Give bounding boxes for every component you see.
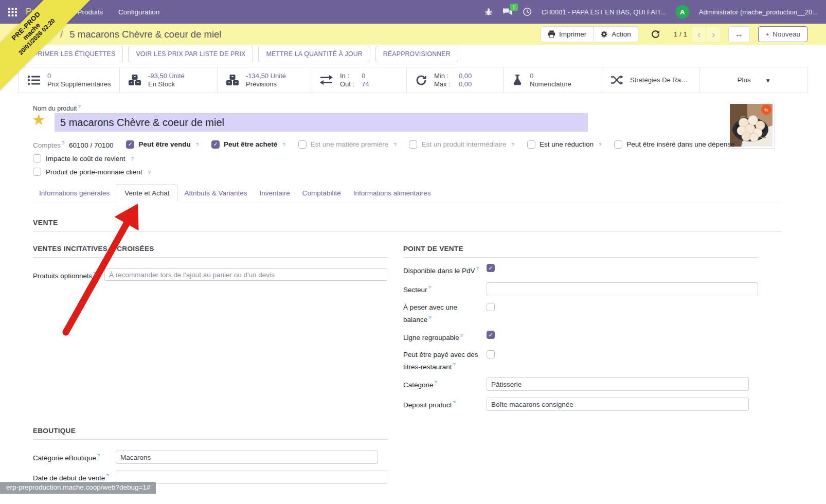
cost-impact-checkbox[interactable]	[33, 154, 41, 163]
purchasable-checkbox[interactable]	[211, 140, 220, 149]
user-avatar[interactable]: A	[676, 5, 689, 19]
pos-available-row: Disponible dans le PdV?	[403, 263, 495, 276]
messages-icon[interactable]: 1	[502, 8, 513, 16]
odoo-product-page: Produits Produits Configuration 1 CH0001…	[0, 0, 826, 504]
activities-clock-icon[interactable]	[523, 7, 532, 16]
stat-bom[interactable]: 0Nomenclature	[504, 67, 602, 93]
company-selector[interactable]: CH0001 - PAPA EST EN BAS, QUI FAIT...	[542, 8, 666, 16]
help-marker: ?	[78, 103, 80, 109]
meal-voucher-label: Peut être payé avec des titres-restauran…	[403, 350, 480, 372]
sector-label: Secteur?	[403, 282, 480, 295]
product-name-input[interactable]	[55, 113, 588, 132]
tab-comptabilite[interactable]: Comptabilité	[296, 185, 347, 202]
flag-discount: Est une réduction?	[527, 140, 601, 149]
app-menus: Produits Configuration	[71, 5, 166, 19]
stat-in-out[interactable]: In :0 Out :74	[311, 67, 407, 93]
gear-icon	[600, 30, 608, 38]
sale-start-date-label: Date de début de vente?	[33, 471, 110, 483]
upsell-group: VENTES INCITATIVES & CROISÉES Produits o…	[33, 245, 388, 281]
flag-raw-material: Est une matière première?	[298, 140, 397, 149]
stat-on-hand[interactable]: -93,50 UnitéEn Stock	[120, 67, 218, 93]
sale-start-date-input[interactable]	[116, 471, 387, 484]
tab-vente-et-achat[interactable]: Vente et Achat	[116, 184, 178, 202]
refresh-icon	[415, 74, 427, 86]
user-menu[interactable]: Administrator (mache_production__20...	[699, 8, 818, 16]
eshop-group: EBOUTIQUE Catégorie eBoutique? Date de d…	[33, 427, 388, 484]
pos-meal-voucher-row: Peut être payé avec des titres-restauran…	[403, 350, 495, 372]
optional-products-input[interactable]	[104, 268, 387, 281]
update-quantity-button[interactable]: METTRE LA QUANTITÉ À JOUR	[258, 46, 370, 62]
pager-value: 1 / 1	[674, 30, 687, 38]
groupable-label: Ligne regroupable?	[403, 330, 480, 343]
tab-inventaire[interactable]: Inventaire	[253, 185, 296, 202]
pager-prev-icon[interactable]: ‹	[692, 27, 706, 42]
new-record-button[interactable]: + Nouveau	[758, 26, 807, 42]
eshop-heading: EBOUTIQUE	[33, 427, 388, 440]
accounts-field: Comptes? 60100 / 70100	[33, 140, 113, 149]
favorite-star-icon[interactable]: ★	[32, 111, 46, 129]
pos-category-input[interactable]	[487, 377, 749, 391]
stat-more-dropdown[interactable]: Plus ▾	[700, 67, 807, 93]
expense-checkbox[interactable]	[614, 140, 622, 149]
object-action-buttons: IMPRIMER LES ÉTIQUETTES VOIR LES PRIX PA…	[19, 46, 458, 62]
flag-cost-impact: Impacte le coût de revient?	[33, 154, 134, 163]
breadcrumb-bar: Produits / 5 macarons Chèvre & coeur de …	[0, 24, 826, 45]
debug-bug-icon[interactable]	[484, 8, 493, 16]
stat-buttons-row: 0Prix Supplémentaires -93,50 UnitéEn Sto…	[19, 67, 807, 93]
menu-configuration[interactable]: Configuration	[112, 5, 166, 19]
eshop-category-label: Catégorie eBoutique?	[33, 451, 110, 463]
cubes-icon	[226, 74, 239, 86]
link-status-tooltip: erp-preproduction.mache.coop/web?debug=1…	[0, 482, 156, 494]
pager-next-icon[interactable]: ›	[707, 27, 720, 42]
exchange-arrows-icon	[319, 75, 333, 85]
tab-informations-generales[interactable]: Informations générales	[33, 185, 116, 202]
tab-attributs-variantes[interactable]: Attributs & Variantes	[178, 185, 253, 202]
pos-group: POINT DE VENTE Disponible dans le PdV? S…	[403, 245, 758, 258]
available-in-pos-label: Disponible dans le PdV?	[403, 263, 480, 276]
pos-deposit-row: Deposit product?	[403, 398, 749, 411]
stat-removal-strategies[interactable]: Stratégies De Ra…	[602, 67, 700, 93]
intermediate-checkbox[interactable]	[409, 140, 417, 149]
stat-min-max[interactable]: Min :0,00 Max :0,00	[407, 67, 504, 93]
tab-informations-alimentaires[interactable]: Informations alimentaires	[347, 185, 437, 202]
sector-input[interactable]	[487, 282, 758, 296]
pos-scale-row: À peser avec une balance?	[403, 302, 495, 325]
price-lists-button[interactable]: VOIR LES PRIX PAR LISTE DE PRIX	[128, 46, 253, 62]
flag-intermediate: Est un produit intermédiaire?	[409, 140, 514, 149]
deposit-product-label: Deposit product?	[403, 398, 480, 410]
section-vente-title: VENTE	[33, 219, 58, 227]
flag-customer-wallet: Produit de porte-monnaie client?	[33, 168, 151, 176]
breadcrumb-current: 5 macarons Chèvre & coeur de miel	[69, 29, 221, 40]
print-button[interactable]: Imprimer	[541, 26, 594, 42]
action-button[interactable]: Action	[593, 26, 638, 42]
sellable-checkbox[interactable]	[126, 140, 134, 149]
stat-forecast[interactable]: -134,50 UnitéPrévisions	[218, 67, 311, 93]
available-in-pos-checkbox[interactable]	[487, 264, 495, 272]
raw-material-checkbox[interactable]	[298, 140, 307, 149]
customer-wallet-checkbox[interactable]	[33, 168, 41, 176]
expand-toggle-icon[interactable]: ↔	[728, 26, 750, 42]
deposit-product-input[interactable]	[487, 398, 749, 411]
plus-icon: +	[765, 30, 769, 38]
shuffle-icon	[610, 75, 623, 85]
groupable-checkbox[interactable]	[487, 331, 495, 339]
refresh-icon[interactable]	[651, 29, 660, 39]
pos-category-label: Catégorie?	[403, 377, 480, 390]
accounts-value: 60100 / 70100	[69, 141, 113, 149]
discount-checkbox[interactable]	[527, 140, 535, 149]
eshop-category-input[interactable]	[116, 451, 378, 464]
replenish-button[interactable]: RÉAPPROVISIONNER	[375, 46, 458, 62]
apps-menu-icon[interactable]	[0, 0, 25, 24]
flask-icon	[512, 74, 523, 86]
grid-icon	[8, 8, 17, 16]
meal-voucher-checkbox[interactable]	[487, 350, 495, 358]
svg-text:%: %	[764, 107, 768, 113]
navbar-systray: 1 CH0001 - PAPA EST EN BAS, QUI FAIT... …	[484, 5, 826, 19]
control-panel-actions: Imprimer Action 1 / 1 ‹ › ↔ + Nouveau	[541, 26, 807, 42]
notebook-tabs: Informations générales Vente et Achat At…	[33, 184, 782, 202]
stat-extra-prices[interactable]: 0Prix Supplémentaires	[19, 67, 120, 93]
list-icon	[27, 75, 41, 86]
to-weigh-checkbox[interactable]	[487, 303, 495, 311]
section-divider	[33, 231, 782, 232]
messages-count-badge: 1	[510, 4, 518, 11]
